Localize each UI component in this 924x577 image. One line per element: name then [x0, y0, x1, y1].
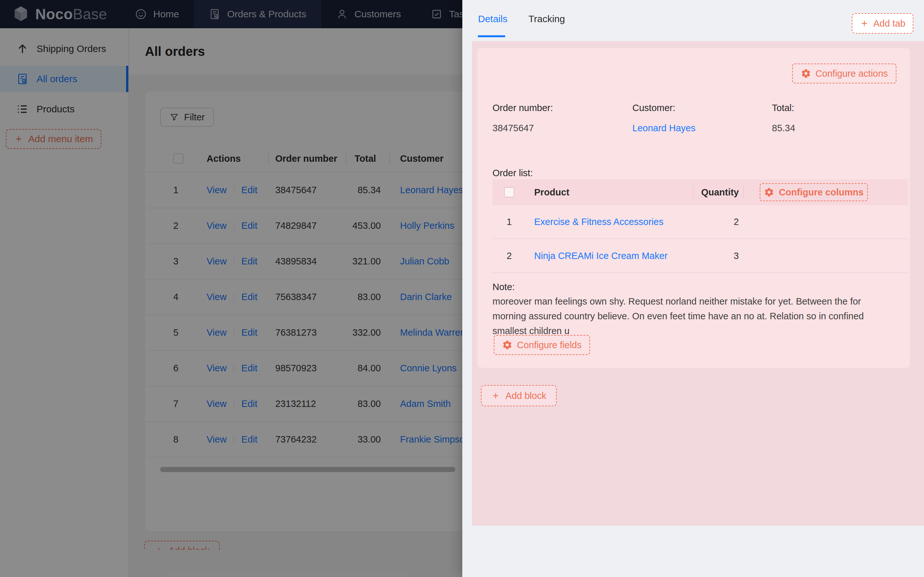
details-drawer: Details Tracking Add tab Configure actio…	[462, 0, 924, 577]
customer-link[interactable]: Leonard Hayes	[633, 123, 695, 133]
configure-columns-button[interactable]: Configure columns	[760, 183, 868, 201]
note-text: moreover man feelings own shy. Request n…	[493, 294, 890, 338]
add-block-label: Add block	[505, 390, 546, 401]
note-label: Note:	[493, 282, 515, 292]
app-window: NocoBase Home Orders & Products Customer…	[0, 0, 924, 577]
product-link[interactable]: Ninja CREAMi Ice Cream Maker	[534, 251, 668, 261]
field-label: Customer:	[633, 103, 695, 113]
gear-icon	[502, 340, 512, 350]
plus-icon	[860, 19, 869, 28]
details-block: Configure actions Order number: 38475647…	[477, 48, 910, 368]
quantity-cell: 2	[693, 205, 744, 239]
field-label: Total:	[772, 103, 795, 113]
add-block-button[interactable]: Add block	[481, 385, 557, 406]
field-total: Total: 85.34	[772, 103, 795, 134]
configure-actions-label: Configure actions	[816, 68, 888, 79]
plus-icon	[491, 391, 500, 400]
header-select-all	[493, 179, 526, 205]
product-link[interactable]: Exercise & Fitness Accessories	[534, 217, 663, 227]
field-label: Order number:	[493, 103, 553, 113]
field-value: 85.34	[772, 123, 795, 134]
configure-fields-button[interactable]: Configure fields	[494, 335, 590, 355]
modal-dim-overlay[interactable]	[0, 0, 462, 577]
configure-columns-label: Configure columns	[779, 187, 863, 198]
gear-icon	[801, 68, 811, 79]
add-tab-button[interactable]: Add tab	[852, 13, 913, 34]
gear-icon	[764, 187, 774, 197]
field-customer: Customer: Leonard Hayes	[633, 103, 695, 134]
add-tab-label: Add tab	[873, 18, 905, 29]
select-all-checkbox[interactable]	[504, 187, 514, 197]
tab-details[interactable]: Details	[478, 0, 507, 38]
field-order-number: Order number: 38475647	[493, 103, 553, 134]
tab-tracking[interactable]: Tracking	[528, 0, 565, 38]
order-list-row: 1 Exercise & Fitness Accessories 2	[493, 205, 908, 239]
order-list-header: Product Quantity Configure columns	[493, 179, 908, 205]
active-tab-indicator	[478, 35, 505, 37]
field-value: 38475647	[493, 123, 553, 134]
row-index: 1	[493, 205, 526, 239]
row-index: 2	[493, 239, 526, 272]
header-product: Product	[526, 179, 693, 205]
details-pane-designer-highlight: Configure actions Order number: 38475647…	[472, 41, 924, 525]
quantity-cell: 3	[693, 239, 744, 272]
order-list-table: Product Quantity Configure columns 1 Exe…	[493, 179, 908, 273]
drawer-tab-bar: Details Tracking Add tab	[462, 0, 924, 38]
order-list-label: Order list:	[493, 168, 533, 179]
header-quantity: Quantity	[693, 179, 744, 205]
order-list-row: 2 Ninja CREAMi Ice Cream Maker 3	[493, 239, 908, 273]
configure-actions-button[interactable]: Configure actions	[792, 64, 897, 84]
configure-fields-label: Configure fields	[517, 340, 582, 350]
